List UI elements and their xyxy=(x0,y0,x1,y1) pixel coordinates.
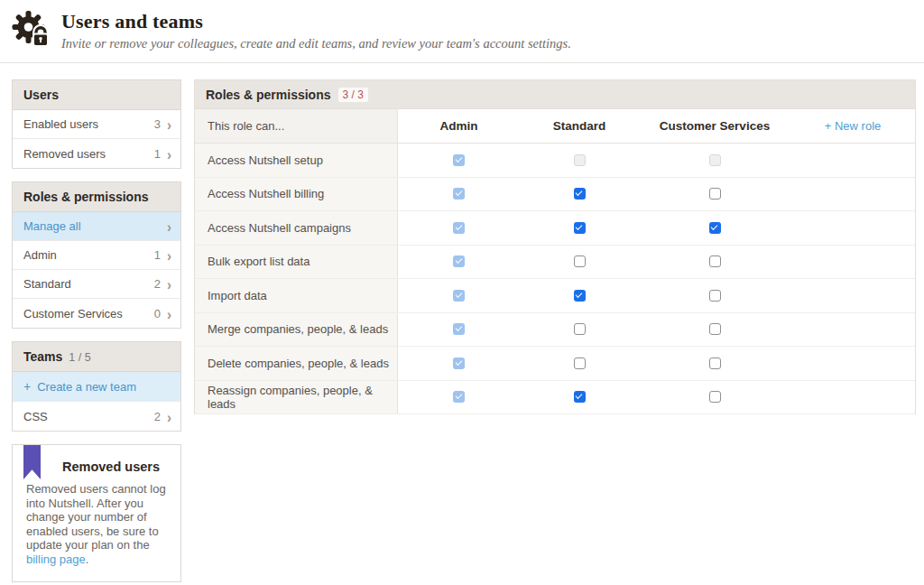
column-header-standard: Standard xyxy=(520,119,639,133)
customer-services-permission-checkbox[interactable] xyxy=(709,255,721,267)
sidebar-item-label: Manage all xyxy=(23,219,167,233)
column-header-admin: Admin xyxy=(398,119,520,133)
sidebar: Users Enabled users3›Removed users1› Rol… xyxy=(12,79,181,582)
chevron-right-icon: › xyxy=(167,145,171,161)
column-header-customer-services: Customer Services xyxy=(639,119,790,133)
chevron-right-icon: › xyxy=(167,276,171,292)
checkbox-cell xyxy=(639,255,790,267)
checkbox-cell xyxy=(398,255,520,267)
sidebar-item-label: CSS xyxy=(23,410,154,423)
checkbox-cell xyxy=(398,323,520,335)
checkbox-cell xyxy=(520,188,639,200)
sidebar-item-label: Admin xyxy=(23,248,154,262)
permission-label: Delete companies, people, & leads xyxy=(195,347,398,380)
panel-title: Roles & permissions xyxy=(206,88,331,102)
permission-row-merge-companies-people-leads: Merge companies, people, & leads xyxy=(195,313,915,348)
page-title: Users and teams xyxy=(61,10,571,33)
permission-label: Access Nutshell billing xyxy=(195,178,398,211)
admin-permission-checkbox xyxy=(453,391,465,403)
permission-label: Merge companies, people, & leads xyxy=(195,313,398,347)
info-box-text: Removed users cannot log into Nutshell. … xyxy=(26,482,167,567)
standard-permission-checkbox[interactable] xyxy=(574,255,586,267)
teams-section-header: Teams 1 / 5 xyxy=(13,342,180,372)
customer-services-permission-checkbox[interactable] xyxy=(709,391,721,403)
item-count: 0 xyxy=(154,307,161,320)
permission-label: Bulk export list data xyxy=(195,246,398,279)
checkbox-cell xyxy=(639,154,790,166)
chevron-right-icon: › xyxy=(167,218,171,234)
removed-users-info-box: Removed users Removed users cannot log i… xyxy=(12,444,181,582)
page-subtitle: Invite or remove your colleagues, create… xyxy=(61,36,571,51)
panel-counter-badge: 3 / 3 xyxy=(338,88,368,102)
customer-services-permission-checkbox[interactable] xyxy=(709,290,721,302)
permissions-table-header: This role can... Admin Standard Customer… xyxy=(195,109,915,144)
sidebar-item-enabled-users[interactable]: Enabled users3› xyxy=(13,110,180,139)
checkbox-cell xyxy=(639,391,790,403)
billing-page-link[interactable]: billing page xyxy=(26,552,86,566)
info-box-text-before: Removed users cannot log into Nutshell. … xyxy=(26,482,166,552)
customer-services-permission-checkbox[interactable] xyxy=(709,358,721,369)
standard-permission-checkbox[interactable] xyxy=(574,323,586,335)
item-count: 2 xyxy=(154,277,161,291)
admin-permission-checkbox xyxy=(453,255,465,267)
checkbox-cell xyxy=(398,290,520,302)
chevron-right-icon: › xyxy=(167,116,171,132)
teams-section-title: Teams xyxy=(23,349,62,364)
teams-section: Teams 1 / 5 + Create a new team CSS2› xyxy=(12,341,181,432)
permission-row-reassign-companies-people-leads: Reassign companies, people, & leads xyxy=(195,381,915,415)
standard-permission-checkbox[interactable] xyxy=(574,391,586,403)
checkbox-cell xyxy=(639,222,790,234)
permissions-table: This role can... Admin Standard Customer… xyxy=(195,109,915,414)
chevron-right-icon: › xyxy=(167,247,171,263)
checkbox-cell xyxy=(398,222,520,234)
standard-permission-checkbox[interactable] xyxy=(574,290,586,302)
checkbox-cell xyxy=(639,323,790,335)
sidebar-item-customer-services[interactable]: Customer Services0› xyxy=(13,299,180,328)
checkbox-cell xyxy=(639,188,790,200)
permission-row-access-nutshell-campaigns: Access Nutshell campaigns xyxy=(195,211,915,246)
create-new-team-label: Create a new team xyxy=(37,380,171,394)
item-count: 2 xyxy=(154,410,161,423)
users-and-teams-page: Users and teams Invite or remove your co… xyxy=(0,0,924,585)
permission-label: Import data xyxy=(195,279,398,312)
users-section-title: Users xyxy=(23,88,59,102)
checkbox-cell xyxy=(520,222,639,234)
item-count: 3 xyxy=(154,117,161,131)
sidebar-item-admin[interactable]: Admin1› xyxy=(13,241,180,270)
checkbox-cell xyxy=(520,290,639,302)
checkbox-cell xyxy=(398,188,520,200)
permission-label: Access Nutshell campaigns xyxy=(195,211,398,245)
sidebar-item-removed-users[interactable]: Removed users1› xyxy=(13,139,180,168)
checkbox-cell xyxy=(639,358,790,369)
sidebar-item-manage-all[interactable]: Manage all› xyxy=(13,212,180,241)
standard-permission-checkbox[interactable] xyxy=(574,188,586,200)
standard-permission-checkbox[interactable] xyxy=(574,222,586,234)
sidebar-item-label: Customer Services xyxy=(23,307,154,320)
checkbox-cell xyxy=(520,391,639,403)
permission-row-access-nutshell-setup: Access Nutshell setup xyxy=(195,144,915,178)
new-role-button[interactable]: + New role xyxy=(790,119,915,133)
roles-section-title: Roles & permissions xyxy=(23,190,149,204)
admin-permission-checkbox xyxy=(453,188,465,200)
item-count: 1 xyxy=(154,147,161,161)
create-new-team-button[interactable]: + Create a new team xyxy=(13,372,180,402)
checkbox-cell xyxy=(398,358,520,369)
admin-permission-checkbox xyxy=(453,290,465,302)
sidebar-item-standard[interactable]: Standard2› xyxy=(13,270,180,299)
permission-label: Reassign companies, people, & leads xyxy=(195,381,398,414)
gear-lock-icon xyxy=(11,9,54,52)
standard-permission-checkbox xyxy=(574,154,586,166)
sidebar-item-css[interactable]: CSS2› xyxy=(13,402,180,431)
checkbox-cell xyxy=(398,154,520,166)
sidebar-item-label: Standard xyxy=(23,277,154,291)
sidebar-item-label: Enabled users xyxy=(23,117,154,131)
customer-services-permission-checkbox[interactable] xyxy=(709,222,721,234)
customer-services-permission-checkbox[interactable] xyxy=(709,323,721,335)
customer-services-permission-checkbox[interactable] xyxy=(709,188,721,200)
first-column-header: This role can... xyxy=(195,109,398,143)
chevron-right-icon: › xyxy=(167,408,171,423)
permission-row-access-nutshell-billing: Access Nutshell billing xyxy=(195,178,915,212)
permission-row-delete-companies-people-leads: Delete companies, people, & leads xyxy=(195,347,915,381)
plus-icon: + xyxy=(23,379,31,394)
standard-permission-checkbox[interactable] xyxy=(574,358,586,369)
